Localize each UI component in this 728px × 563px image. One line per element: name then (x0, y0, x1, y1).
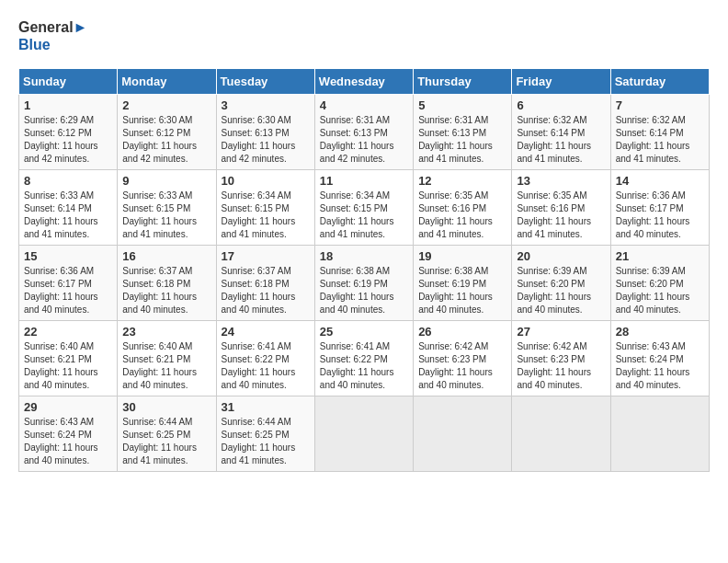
calendar-cell (314, 396, 413, 472)
calendar-cell: 5Sunrise: 6:31 AM Sunset: 6:13 PM Daylig… (414, 95, 512, 170)
day-info: Sunrise: 6:37 AM Sunset: 6:18 PM Dayligh… (222, 265, 310, 316)
day-number: 12 (418, 174, 506, 188)
calendar-cell: 14Sunrise: 6:36 AM Sunset: 6:17 PM Dayli… (610, 170, 709, 246)
calendar-cell: 31Sunrise: 6:44 AM Sunset: 6:25 PM Dayli… (216, 396, 314, 472)
day-info: Sunrise: 6:41 AM Sunset: 6:22 PM Dayligh… (320, 340, 408, 392)
day-info: Sunrise: 6:31 AM Sunset: 6:13 PM Dayligh… (320, 114, 408, 166)
calendar-cell: 18Sunrise: 6:38 AM Sunset: 6:19 PM Dayli… (314, 246, 413, 321)
calendar-cell: 13Sunrise: 6:35 AM Sunset: 6:16 PM Dayli… (512, 170, 610, 246)
calendar-cell: 21Sunrise: 6:39 AM Sunset: 6:20 PM Dayli… (610, 246, 709, 321)
day-number: 2 (122, 98, 210, 112)
weekday-header: Sunday (19, 69, 118, 95)
calendar-cell: 16Sunrise: 6:37 AM Sunset: 6:18 PM Dayli… (118, 246, 216, 321)
logo: General► Blue (18, 18, 87, 53)
day-number: 3 (222, 98, 310, 112)
calendar-cell: 7Sunrise: 6:32 AM Sunset: 6:14 PM Daylig… (610, 95, 709, 170)
day-number: 15 (24, 249, 112, 263)
day-number: 4 (320, 98, 408, 112)
day-info: Sunrise: 6:40 AM Sunset: 6:21 PM Dayligh… (24, 340, 112, 392)
day-info: Sunrise: 6:32 AM Sunset: 6:14 PM Dayligh… (517, 114, 605, 166)
day-number: 9 (122, 174, 210, 188)
calendar-cell: 23Sunrise: 6:40 AM Sunset: 6:21 PM Dayli… (118, 321, 216, 396)
weekday-header: Tuesday (216, 69, 314, 95)
day-info: Sunrise: 6:43 AM Sunset: 6:24 PM Dayligh… (24, 416, 112, 467)
day-info: Sunrise: 6:42 AM Sunset: 6:23 PM Dayligh… (517, 340, 605, 392)
day-info: Sunrise: 6:38 AM Sunset: 6:19 PM Dayligh… (418, 265, 506, 316)
calendar-cell: 24Sunrise: 6:41 AM Sunset: 6:22 PM Dayli… (216, 321, 314, 396)
calendar-cell: 3Sunrise: 6:30 AM Sunset: 6:13 PM Daylig… (216, 95, 314, 170)
day-number: 26 (418, 325, 506, 339)
calendar-cell: 10Sunrise: 6:34 AM Sunset: 6:15 PM Dayli… (216, 170, 314, 246)
calendar-cell: 26Sunrise: 6:42 AM Sunset: 6:23 PM Dayli… (414, 321, 512, 396)
day-info: Sunrise: 6:30 AM Sunset: 6:13 PM Dayligh… (222, 114, 310, 166)
weekday-header: Thursday (414, 69, 512, 95)
calendar-cell: 11Sunrise: 6:34 AM Sunset: 6:15 PM Dayli… (314, 170, 413, 246)
day-info: Sunrise: 6:33 AM Sunset: 6:15 PM Dayligh… (122, 190, 210, 241)
day-number: 23 (122, 325, 210, 339)
calendar-cell: 19Sunrise: 6:38 AM Sunset: 6:19 PM Dayli… (414, 246, 512, 321)
day-number: 29 (24, 400, 112, 414)
day-number: 28 (616, 325, 704, 339)
day-number: 7 (616, 98, 704, 112)
day-number: 20 (517, 249, 605, 263)
calendar-cell: 30Sunrise: 6:44 AM Sunset: 6:25 PM Dayli… (118, 396, 216, 472)
day-number: 19 (418, 249, 506, 263)
page-header: General► Blue (18, 18, 710, 53)
calendar-cell: 25Sunrise: 6:41 AM Sunset: 6:22 PM Dayli… (314, 321, 413, 396)
day-info: Sunrise: 6:44 AM Sunset: 6:25 PM Dayligh… (122, 416, 210, 467)
day-info: Sunrise: 6:39 AM Sunset: 6:20 PM Dayligh… (616, 265, 704, 316)
day-number: 22 (24, 325, 112, 339)
day-number: 21 (616, 249, 704, 263)
weekday-header: Wednesday (314, 69, 413, 95)
day-info: Sunrise: 6:29 AM Sunset: 6:12 PM Dayligh… (24, 114, 112, 166)
day-number: 11 (320, 174, 408, 188)
day-number: 18 (320, 249, 408, 263)
day-number: 27 (517, 325, 605, 339)
calendar-cell: 22Sunrise: 6:40 AM Sunset: 6:21 PM Dayli… (19, 321, 118, 396)
day-info: Sunrise: 6:43 AM Sunset: 6:24 PM Dayligh… (616, 340, 704, 392)
day-info: Sunrise: 6:41 AM Sunset: 6:22 PM Dayligh… (222, 340, 310, 392)
calendar-table: SundayMondayTuesdayWednesdayThursdayFrid… (18, 68, 710, 472)
day-info: Sunrise: 6:32 AM Sunset: 6:14 PM Dayligh… (616, 114, 704, 166)
day-info: Sunrise: 6:39 AM Sunset: 6:20 PM Dayligh… (517, 265, 605, 316)
day-info: Sunrise: 6:35 AM Sunset: 6:16 PM Dayligh… (418, 190, 506, 241)
day-info: Sunrise: 6:34 AM Sunset: 6:15 PM Dayligh… (222, 190, 310, 241)
day-info: Sunrise: 6:37 AM Sunset: 6:18 PM Dayligh… (122, 265, 210, 316)
weekday-header: Saturday (610, 69, 709, 95)
calendar-cell: 27Sunrise: 6:42 AM Sunset: 6:23 PM Dayli… (512, 321, 610, 396)
calendar-cell: 15Sunrise: 6:36 AM Sunset: 6:17 PM Dayli… (19, 246, 118, 321)
calendar-cell: 1Sunrise: 6:29 AM Sunset: 6:12 PM Daylig… (19, 95, 118, 170)
calendar-cell: 29Sunrise: 6:43 AM Sunset: 6:24 PM Dayli… (19, 396, 118, 472)
day-info: Sunrise: 6:44 AM Sunset: 6:25 PM Dayligh… (222, 416, 310, 467)
calendar-cell: 9Sunrise: 6:33 AM Sunset: 6:15 PM Daylig… (118, 170, 216, 246)
calendar-cell: 20Sunrise: 6:39 AM Sunset: 6:20 PM Dayli… (512, 246, 610, 321)
day-number: 5 (418, 98, 506, 112)
calendar-cell (610, 396, 709, 472)
day-info: Sunrise: 6:34 AM Sunset: 6:15 PM Dayligh… (320, 190, 408, 241)
day-number: 14 (616, 174, 704, 188)
calendar-cell: 28Sunrise: 6:43 AM Sunset: 6:24 PM Dayli… (610, 321, 709, 396)
day-number: 8 (24, 174, 112, 188)
day-number: 31 (222, 400, 310, 414)
day-number: 6 (517, 98, 605, 112)
day-number: 10 (222, 174, 310, 188)
day-info: Sunrise: 6:31 AM Sunset: 6:13 PM Dayligh… (418, 114, 506, 166)
day-number: 24 (222, 325, 310, 339)
calendar-cell (414, 396, 512, 472)
day-number: 25 (320, 325, 408, 339)
day-info: Sunrise: 6:30 AM Sunset: 6:12 PM Dayligh… (122, 114, 210, 166)
day-number: 13 (517, 174, 605, 188)
day-info: Sunrise: 6:36 AM Sunset: 6:17 PM Dayligh… (616, 190, 704, 241)
day-info: Sunrise: 6:38 AM Sunset: 6:19 PM Dayligh… (320, 265, 408, 316)
day-info: Sunrise: 6:36 AM Sunset: 6:17 PM Dayligh… (24, 265, 112, 316)
day-number: 17 (222, 249, 310, 263)
calendar-cell: 6Sunrise: 6:32 AM Sunset: 6:14 PM Daylig… (512, 95, 610, 170)
day-number: 30 (122, 400, 210, 414)
weekday-header: Friday (512, 69, 610, 95)
day-number: 16 (122, 249, 210, 263)
day-info: Sunrise: 6:35 AM Sunset: 6:16 PM Dayligh… (517, 190, 605, 241)
day-number: 1 (24, 98, 112, 112)
calendar-cell: 12Sunrise: 6:35 AM Sunset: 6:16 PM Dayli… (414, 170, 512, 246)
calendar-cell: 8Sunrise: 6:33 AM Sunset: 6:14 PM Daylig… (19, 170, 118, 246)
calendar-cell (512, 396, 610, 472)
